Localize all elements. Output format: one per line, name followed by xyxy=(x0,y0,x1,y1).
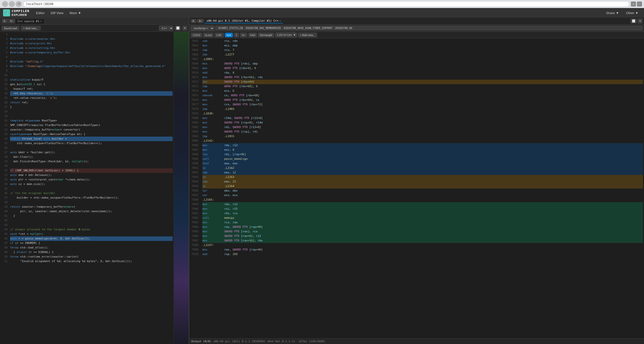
add-new-button[interactable]: + Add new... xyxy=(21,26,41,30)
asm-line: jmp .L1831 xyxy=(202,134,643,139)
asm-line: sub rcx, rdx xyxy=(202,39,643,43)
address-bar[interactable]: localhost:10240 xyxy=(23,1,629,7)
asm-line: mov QWORD PTR [rax], rcx xyxy=(202,229,643,234)
asm-line: .L2142: xyxy=(202,139,643,143)
output-text: x86-64 gcc (GCC) 8.1.1 20180502 (Red Hat… xyxy=(213,340,325,343)
asm-line: .L2165: xyxy=(202,198,643,202)
editor-body: 1234567891011121314151617181920212223242… xyxy=(0,32,189,344)
go-to-btn[interactable]: /a.out xyxy=(203,33,214,37)
code-line: } xyxy=(10,105,173,109)
diff-view-nav[interactable]: Diff View xyxy=(48,10,66,16)
asm-line: mov r14d, DWORD PTR [r13+8] xyxy=(202,116,643,120)
other-button[interactable]: Other ▼ xyxy=(624,10,641,16)
code-line: ptr, sz, seastar::make_object_deleter(st… xyxy=(10,209,173,214)
minimap xyxy=(174,32,189,344)
code-line: seastar::temporary_buffer<char> converte… xyxy=(10,128,173,132)
asm-line: mov DWORD PTR [rsp+8], r14d xyxy=(202,120,643,125)
code-line: if (SMF_UNLIKELY(bdr.GetSize() > 2048)) … xyxy=(10,168,173,173)
more-nav[interactable]: More ▼ xyxy=(67,10,84,16)
code-line: return seastar::temporary_buffer<char>( xyxy=(10,205,173,209)
editor-tab-label: C++ source #1 xyxy=(18,20,39,23)
code-line xyxy=(10,164,173,168)
code-area[interactable]: #include <;core/seastar.hh>#include <;co… xyxy=(9,32,174,344)
main-layout: A- A+ C++ source #1 × Save/Load + Add ne… xyxy=(0,18,644,344)
editor-tab[interactable]: C++ source #1 × xyxy=(15,19,45,24)
browser-nav-buttons: ← → ↺ xyxy=(2,1,22,7)
browser-bar: ← → ↺ localhost:10240 ★ ⋮ xyxy=(0,0,644,8)
line-number-btn[interactable]: 11010 xyxy=(191,33,202,37)
libraries-dropdown[interactable]: Libraries ▼ xyxy=(275,33,297,37)
compiler-toolbar: /usr/bin/g++ -DCARES_STATICLIB -DSEASTAR… xyxy=(189,25,644,32)
asm-line: cmp eax, 22 xyxy=(202,179,643,184)
code-line: ret.value.resize(sz, 'y'); xyxy=(10,96,173,100)
asm-line: mov rdi, QWORD PTR [r13+0] xyxy=(202,125,643,130)
asm-line: mov rcx, rax xyxy=(202,220,643,225)
code-line: auto ptr = reinterpret_cast<char *>(mem.… xyxy=(10,177,173,182)
intel-btn[interactable]: Intel xyxy=(248,33,257,37)
code-line: const typename RootType::NativeTableType… xyxy=(10,132,173,137)
comp-font-increase[interactable]: A+ xyxy=(197,19,204,23)
code-line: #include <;core/seastar.hh> xyxy=(10,37,173,41)
compiler-tab[interactable]: x86-64 gcc 8.1 (Editor #1, Compiler #1) … xyxy=(205,19,283,23)
compiler-flags[interactable]: -DCARES_STATICLIB -DSEASTAR_HAS_MEMBARRI… xyxy=(215,26,642,30)
code-line xyxy=(10,69,173,73)
asm-line: .L1830: xyxy=(202,111,643,116)
output-label: Output (0/0) xyxy=(191,340,211,343)
code-line: #include <;core/sstring.hh> xyxy=(10,46,173,50)
comment-btn[interactable]: // xyxy=(234,33,239,37)
asm-line: lea rdi, [rsp+96] xyxy=(202,152,643,157)
asm-line: cmp WORD PTR [rbx+68], 6 xyxy=(202,84,643,89)
code-line: #include <;core/temporary_buffer.hh> xyxy=(10,50,173,55)
comp-font-decrease[interactable]: A- xyxy=(191,19,196,23)
asm-line: add rsp, 200 xyxy=(202,252,643,257)
code-line xyxy=(10,200,173,205)
code-line: return ret; xyxy=(10,100,173,105)
lx0-btn[interactable]: LX0: xyxy=(214,33,224,37)
add-new-asm-btn[interactable]: + Add new... xyxy=(298,33,317,37)
text-btn[interactable]: text xyxy=(225,33,233,37)
editor-panel: A- A+ C++ source #1 × Save/Load + Add ne… xyxy=(0,18,189,344)
close-editor-button[interactable]: ✕ xyxy=(182,26,187,30)
code-line: bdr.Clear(); xyxy=(10,155,173,159)
asm-line: je .L2164 xyxy=(202,184,643,189)
asm-area[interactable]: 7863786478657866786778687869787078717872… xyxy=(189,38,644,338)
language-select[interactable]: C++ C Rust xyxy=(159,26,173,31)
settings-icon[interactable]: ⋮ xyxy=(637,2,642,7)
comp-expand-button[interactable]: ⬜ xyxy=(631,19,637,23)
code-line: } else if (r == EINVAL) { xyxy=(10,250,173,255)
logo-text: COMPILEREXPLORER xyxy=(12,9,30,17)
line-number-label: 11010 xyxy=(193,34,200,37)
comp-close-button[interactable]: ✕ xyxy=(638,19,642,23)
save-load-button[interactable]: Save/Load xyxy=(2,26,19,30)
asm-line: mov rdx, r12 xyxy=(202,143,643,148)
forward-button[interactable]: → xyxy=(9,1,15,7)
asm-line: call memcpy xyxy=(202,216,643,220)
asm-code-area: sub rcx, rdx mov esi, ebp cmp rcx, 7 jbe… xyxy=(201,38,644,338)
compiler-select[interactable]: /usr/bin/g++ xyxy=(191,26,214,31)
font-increase-button[interactable]: A+ xyxy=(9,19,15,23)
asm-line: mov QWORD PTR [rax+8], r12 xyxy=(202,234,643,238)
whitespace-btn[interactable]: \s+ xyxy=(240,33,247,37)
font-decrease-button[interactable]: A- xyxy=(2,19,8,23)
code-line xyxy=(10,223,173,227)
share-button[interactable]: Share ▼ xyxy=(604,10,622,16)
editor-nav[interactable]: Editor xyxy=(34,10,47,16)
demangle-btn[interactable]: Demangle xyxy=(258,33,274,37)
asm-line: mov esi, 8 xyxy=(202,148,643,152)
code-line: "Invalid alignment of %d; allocating %d … xyxy=(10,259,173,264)
bookmark-icon[interactable]: ★ xyxy=(631,2,636,7)
code-line: auto mem = bdr.Release(); xyxy=(10,173,173,177)
asm-line: mov rdi, rcx xyxy=(202,211,643,216)
asm-line: je .L2163 xyxy=(202,175,643,179)
expand-button[interactable]: ⬜ xyxy=(175,26,181,30)
code-line: #include "smf/log.h" xyxy=(10,59,173,64)
asm-line: add rdx, 8 xyxy=(202,71,643,75)
code-line: if (r == ENOMEM) { xyxy=(10,241,173,245)
editor-tab-close[interactable]: × xyxy=(40,20,42,23)
compiler-tab-close[interactable]: × xyxy=(279,19,281,22)
code-line xyxy=(10,109,173,114)
back-button[interactable]: ← xyxy=(2,1,8,7)
logo-icon: 🔧 xyxy=(3,9,10,16)
code-line xyxy=(10,218,173,223)
reload-button[interactable]: ↺ xyxy=(16,1,22,7)
